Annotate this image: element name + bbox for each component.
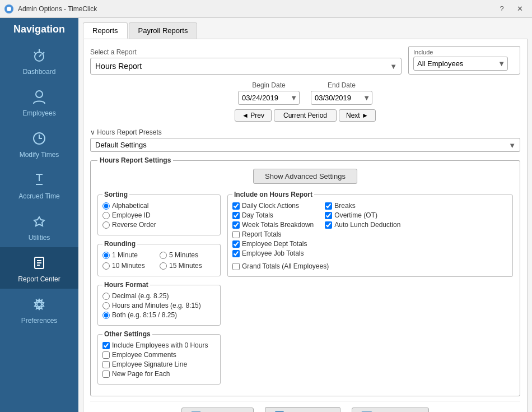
presets-select[interactable]: Default SettingsCustom 1Custom 2 bbox=[90, 138, 520, 152]
sorting-alphabetical-label[interactable]: Alphabetical bbox=[112, 202, 148, 210]
format-hours-min-radio[interactable] bbox=[102, 302, 110, 309]
employee-job-label[interactable]: Employee Job Totals bbox=[242, 249, 304, 257]
sidebar-item-dashboard[interactable]: Dashboard bbox=[0, 40, 78, 81]
daily-clock-label[interactable]: Daily Clock Actions bbox=[242, 202, 299, 210]
current-period-button[interactable]: Current Period bbox=[274, 109, 337, 122]
include-legend: Include bbox=[413, 49, 515, 55]
sorting-employee-id-radio[interactable] bbox=[102, 212, 110, 219]
include-select-wrap: All EmployeesSelected EmployeesDepartmen… bbox=[413, 57, 515, 71]
breaks-label[interactable]: Breaks bbox=[334, 202, 355, 210]
begin-date-input[interactable]: 03/24/2019 bbox=[238, 91, 300, 105]
sidebar-item-modify-times[interactable]: Modify Times bbox=[0, 123, 78, 164]
format-both-radio[interactable] bbox=[102, 312, 110, 319]
employee-comments-label[interactable]: Employee Comments bbox=[112, 351, 176, 359]
sidebar-label-dashboard: Dashboard bbox=[23, 68, 56, 76]
new-page-row: New Page for Each bbox=[102, 370, 216, 378]
help-button[interactable]: ? bbox=[494, 3, 510, 15]
grand-totals-row: Grand Totals (All Employees) bbox=[232, 262, 508, 270]
overtime-row: Overtime (OT) bbox=[325, 211, 400, 219]
advanced-settings-button[interactable]: Show Advanced Settings bbox=[253, 169, 357, 184]
employee-dept-checkbox[interactable] bbox=[232, 240, 240, 248]
include-fieldset: Include All EmployeesSelected EmployeesD… bbox=[408, 46, 520, 75]
week-totals-checkbox[interactable] bbox=[232, 221, 240, 229]
daily-clock-checkbox[interactable] bbox=[232, 202, 240, 210]
format-decimal-row: Decimal (e.g. 8.25) bbox=[102, 292, 216, 300]
include-employees-label[interactable]: Include Employees with 0 Hours bbox=[112, 341, 208, 349]
svg-point-0 bbox=[7, 7, 11, 11]
rounding-10min-radio[interactable] bbox=[102, 262, 110, 270]
grand-totals-label[interactable]: Grand Totals (All Employees) bbox=[242, 262, 329, 270]
view-report-button[interactable]: View Report bbox=[181, 408, 254, 412]
format-decimal-label[interactable]: Decimal (e.g. 8.25) bbox=[112, 292, 169, 300]
begin-date-group: Begin Date 03/24/2019 ▼ bbox=[238, 81, 300, 105]
report-select-row: Select a Report Hours ReportDaily Report… bbox=[90, 46, 520, 75]
presets-section: ∨ Hours Report Presets Default SettingsC… bbox=[90, 128, 520, 152]
employee-signature-label[interactable]: Employee Signature Line bbox=[112, 360, 187, 368]
employee-signature-row: Employee Signature Line bbox=[102, 360, 216, 368]
daily-clock-row: Daily Clock Actions bbox=[232, 202, 314, 210]
rounding-5min-label[interactable]: 5 Minutes bbox=[169, 251, 198, 259]
day-totals-label[interactable]: Day Totals bbox=[242, 211, 273, 219]
tab-payroll-reports[interactable]: Payroll Reports bbox=[129, 22, 198, 39]
rounding-15min-radio[interactable] bbox=[160, 262, 167, 270]
grand-totals-checkbox[interactable] bbox=[232, 263, 240, 270]
settings-right: Include on Hours Report Daily Clock Acti… bbox=[227, 191, 513, 389]
auto-lunch-label[interactable]: Auto Lunch Deduction bbox=[334, 221, 400, 229]
day-totals-checkbox[interactable] bbox=[232, 212, 240, 219]
format-both-label[interactable]: Both (e.g. 8:15 / 8.25) bbox=[112, 311, 177, 319]
main-panel: Select a Report Hours ReportDaily Report… bbox=[83, 39, 528, 412]
report-center-icon bbox=[29, 253, 49, 273]
rounding-1min-label[interactable]: 1 Minute bbox=[112, 251, 138, 259]
employee-dept-row: Employee Dept Totals bbox=[232, 240, 314, 248]
sidebar-label-preferences: Preferences bbox=[21, 317, 58, 325]
rounding-1min-radio[interactable] bbox=[102, 252, 110, 259]
save-pdf-button[interactable]: Save As PDF bbox=[265, 407, 340, 412]
rounding-15min-label[interactable]: 15 Minutes bbox=[169, 262, 202, 270]
include-employees-checkbox[interactable] bbox=[102, 342, 110, 349]
format-decimal-radio[interactable] bbox=[102, 293, 110, 300]
presets-title[interactable]: ∨ Hours Report Presets bbox=[90, 128, 520, 136]
app-icon bbox=[4, 4, 13, 13]
report-totals-checkbox[interactable] bbox=[232, 231, 240, 238]
auto-lunch-checkbox[interactable] bbox=[325, 221, 332, 229]
sidebar-item-utilities[interactable]: Utilities bbox=[0, 206, 78, 247]
sorting-alphabetical-radio[interactable] bbox=[102, 202, 110, 210]
new-page-checkbox[interactable] bbox=[102, 371, 110, 378]
rounding-1min-row: 1 Minute bbox=[102, 251, 158, 259]
sidebar-item-accrued-time[interactable]: Accrued Time bbox=[0, 164, 78, 206]
rounding-5min-radio[interactable] bbox=[160, 252, 167, 259]
sorting-fieldset: Sorting Alphabetical Employee ID bbox=[97, 191, 221, 235]
employee-dept-label[interactable]: Employee Dept Totals bbox=[242, 240, 307, 248]
overtime-checkbox[interactable] bbox=[325, 212, 332, 219]
report-select-group: Select a Report Hours ReportDaily Report… bbox=[90, 48, 402, 75]
next-button[interactable]: Next ► bbox=[339, 109, 376, 122]
sidebar-item-report-center[interactable]: Report Center bbox=[0, 247, 78, 289]
breaks-checkbox[interactable] bbox=[325, 202, 332, 210]
tab-reports[interactable]: Reports bbox=[83, 22, 128, 39]
employee-job-checkbox[interactable] bbox=[232, 250, 240, 257]
rounding-5min-row: 5 Minutes bbox=[160, 251, 216, 259]
save-csv-button[interactable]: Save As CSV bbox=[352, 408, 429, 412]
sidebar-item-employees[interactable]: Employees bbox=[0, 81, 78, 123]
format-hours-min-label[interactable]: Hours and Minutes (e.g. 8:15) bbox=[112, 302, 201, 309]
prev-button[interactable]: ◄ Prev bbox=[235, 109, 272, 122]
report-totals-label[interactable]: Report Totals bbox=[242, 230, 281, 238]
sorting-employee-id-label[interactable]: Employee ID bbox=[112, 211, 151, 219]
rounding-10min-label[interactable]: 10 Minutes bbox=[112, 262, 145, 270]
sidebar-item-preferences[interactable]: Preferences bbox=[0, 289, 78, 330]
sorting-reverse-label[interactable]: Reverse Order bbox=[112, 221, 156, 229]
sorting-employee-id-row: Employee ID bbox=[102, 211, 216, 219]
employee-signature-checkbox[interactable] bbox=[102, 361, 110, 368]
week-totals-label[interactable]: Week Totals Breakdown bbox=[242, 221, 314, 229]
employee-comments-checkbox[interactable] bbox=[102, 351, 110, 359]
nav-btn-row: ◄ Prev Current Period Next ► bbox=[90, 109, 520, 122]
content-area: Reports Payroll Reports Select a Report … bbox=[78, 18, 532, 412]
report-select-dropdown[interactable]: Hours ReportDaily ReportSummary Report bbox=[90, 58, 402, 75]
other-settings-fieldset: Other Settings Include Employees with 0 … bbox=[97, 330, 221, 385]
sorting-reverse-radio[interactable] bbox=[102, 221, 110, 229]
include-select[interactable]: All EmployeesSelected EmployeesDepartmen… bbox=[413, 57, 508, 71]
close-button[interactable]: ✕ bbox=[512, 3, 528, 15]
end-date-input[interactable]: 03/30/2019 bbox=[311, 91, 372, 105]
overtime-label[interactable]: Overtime (OT) bbox=[334, 211, 377, 219]
new-page-label[interactable]: New Page for Each bbox=[112, 370, 170, 378]
